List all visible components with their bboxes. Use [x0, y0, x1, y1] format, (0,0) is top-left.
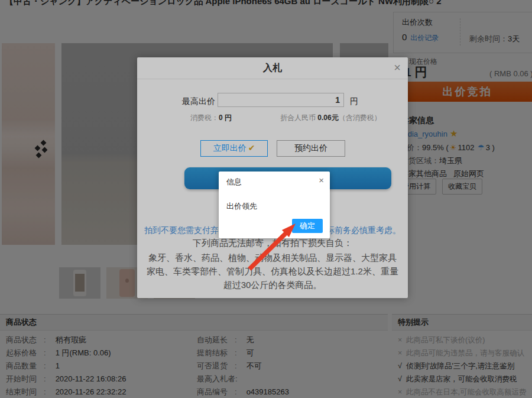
info-dialog-message: 出价领先 [226, 201, 257, 212]
ok-button[interactable]: 确定 [292, 219, 323, 233]
info-dialog-title: 信息 [226, 177, 242, 187]
page-root: 【中古・ジャンク】アクティベーションロック品 Apple iPhone6s 64… [0, 0, 532, 398]
close-icon[interactable]: × [319, 175, 324, 185]
info-dialog: 信息 × 出价领先 确定 [219, 172, 330, 238]
